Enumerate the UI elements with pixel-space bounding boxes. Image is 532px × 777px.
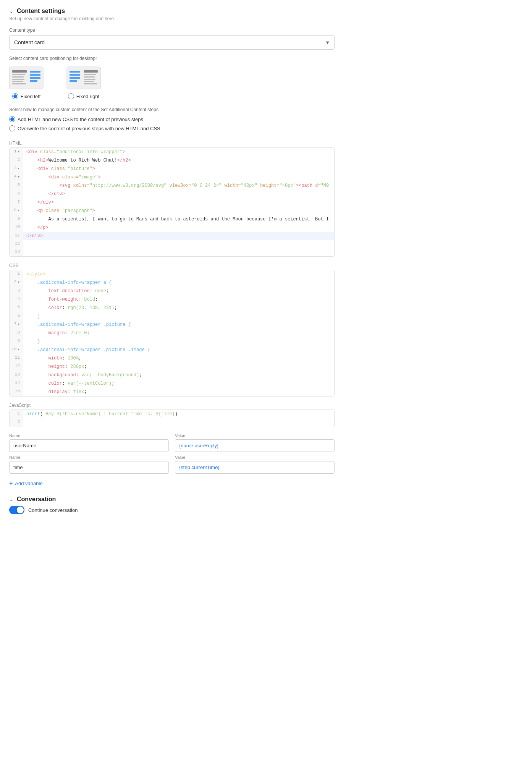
html-line-8: 8 <p class="paragraph">	[10, 207, 334, 215]
js-line-content-2	[23, 418, 334, 427]
css-line-num-9: 9	[10, 337, 23, 346]
css-line-num-14: 14	[10, 379, 23, 388]
var-value-input-2[interactable]	[175, 461, 335, 474]
js-editor[interactable]: 1 alert(`Hey ${this.userName}`! Current …	[9, 410, 335, 427]
css-line-1: 1 <style>	[10, 270, 334, 278]
fixed-right-label: Fixed right	[76, 94, 100, 99]
svg-rect-9	[30, 77, 40, 79]
fixed-right-radio[interactable]	[68, 93, 74, 99]
svg-rect-12	[70, 71, 80, 73]
fixed-left-radio[interactable]	[12, 93, 18, 99]
section-subtitle: Set up new content or change the existin…	[9, 16, 335, 21]
var-name-label-1: Name	[9, 433, 169, 438]
add-html-radio-label[interactable]: Add HTML and new CSS to the content of p…	[9, 116, 335, 122]
svg-rect-5	[12, 81, 23, 82]
html-line-5: 5 <svg xmlns="http://www.w3.org/2000/svg…	[10, 181, 334, 190]
css-line-num-6: 6	[10, 312, 23, 321]
line-content-10: </p>	[23, 223, 334, 232]
line-num-2: 2	[10, 156, 23, 165]
fixed-right-radio-label[interactable]: Fixed right	[68, 93, 100, 99]
line-content-8: <p class="paragraph">	[23, 207, 334, 215]
add-html-radio[interactable]	[9, 116, 15, 122]
svg-rect-1	[12, 70, 27, 73]
html-line-9: 9 As a scientist, I want to go to Mars a…	[10, 215, 334, 223]
line-content-12	[23, 240, 334, 248]
line-num-7: 7	[10, 198, 23, 207]
svg-rect-15	[70, 80, 77, 82]
css-line-content-13: background: var(--bodyBackground);	[23, 371, 334, 379]
var-name-group-1: Name	[9, 433, 169, 452]
css-line-content-1: <style>	[23, 270, 334, 278]
js-editor-section: JavaScript 1 alert(`Hey ${this.userName}…	[9, 403, 335, 427]
css-line-10: 10 .additonal-info-wrapper .picture .ima…	[10, 346, 334, 354]
fixed-left-label: Fixed left	[21, 94, 41, 99]
css-line-content-3: text-decoration: none;	[23, 287, 334, 295]
content-type-select-wrapper: Content card ▼	[9, 35, 335, 50]
var-value-label-1: Value	[175, 433, 335, 438]
svg-rect-2	[12, 74, 25, 75]
overwrite-option-label: Overwrite the content of previous steps …	[18, 126, 160, 131]
fixed-left-radio-label[interactable]: Fixed left	[12, 93, 41, 99]
fixed-right-icon	[66, 66, 101, 89]
css-line-num-1: 1	[10, 270, 23, 278]
html-editor[interactable]: 1 <div class="additonal-info-wrapper"> 2…	[9, 147, 335, 257]
plus-icon: +	[9, 480, 13, 487]
css-line-4: 4 font-weight: bold;	[10, 295, 334, 304]
html-editor-section: HTML 1 <div class="additonal-info-wrappe…	[9, 141, 335, 257]
css-line-content-5: color: rgb(23, 138, 231);	[23, 304, 334, 312]
line-num-11: 11	[10, 232, 23, 240]
fixed-left-icon	[9, 66, 44, 89]
line-content-1: <div class="additonal-info-wrapper">	[23, 148, 334, 156]
css-line-15: 15 display: flex;	[10, 388, 334, 396]
continue-conversation-toggle[interactable]	[9, 506, 24, 514]
content-type-field: Content type Content card ▼	[9, 28, 335, 50]
section-header: ⌄ Content settings	[9, 8, 335, 15]
line-num-13: 13	[10, 248, 23, 256]
css-line-content-4: font-weight: bold;	[23, 295, 334, 304]
overwrite-radio-label[interactable]: Overwrite the content of previous steps …	[9, 125, 335, 131]
line-content-5: <svg xmlns="http://www.w3.org/2000/svg" …	[23, 181, 334, 190]
html-line-11: 11 </div>	[10, 232, 334, 240]
var-name-input-1[interactable]	[9, 439, 169, 452]
line-content-4: <div class="image">	[23, 173, 334, 181]
js-editor-label: JavaScript	[9, 403, 335, 408]
positioning-option-left: Fixed left	[9, 66, 44, 99]
overwrite-radio[interactable]	[9, 125, 15, 131]
var-value-group-1: Value	[175, 433, 335, 452]
var-name-input-2[interactable]	[9, 461, 169, 474]
svg-rect-13	[70, 74, 80, 76]
html-line-3: 3 <div class="picture">	[10, 165, 334, 173]
positioning-options: Fixed left	[9, 66, 335, 99]
line-content-3: <div class="picture">	[23, 165, 334, 173]
css-line-content-8: margin: 2rem 0;	[23, 329, 334, 337]
js-line-content-1: alert(`Hey ${this.userName}`! Current ti…	[23, 410, 334, 418]
line-num-10: 10	[10, 223, 23, 232]
svg-rect-17	[84, 74, 96, 75]
css-line-content-11: width: 100%;	[23, 354, 334, 363]
html-line-13: 13	[10, 248, 334, 256]
collapse-chevron[interactable]: ⌄	[9, 8, 14, 14]
toggle-row: Continue conversation	[9, 506, 335, 514]
svg-rect-19	[84, 79, 95, 80]
svg-rect-21	[84, 83, 97, 84]
css-line-num-4: 4	[10, 295, 23, 304]
line-num-12: 12	[10, 240, 23, 248]
content-type-select[interactable]: Content card	[9, 35, 335, 50]
css-editor[interactable]: 1 <style> 2 .additonal-info-wrapper a { …	[9, 270, 335, 397]
conversation-title: Conversation	[17, 496, 56, 503]
svg-rect-16	[84, 70, 98, 73]
line-num-5: 5	[10, 181, 23, 190]
js-line-num-2: 2	[10, 418, 23, 427]
content-management-section: Select how to manage custom content of t…	[9, 107, 335, 131]
css-editor-label: CSS	[9, 263, 335, 268]
add-variable-button[interactable]: + Add variable	[9, 480, 43, 487]
css-line-content-7: .additonal-info-wrapper .picture {	[23, 321, 334, 329]
var-name-group-2: Name	[9, 455, 169, 474]
conversation-chevron[interactable]: ⌄	[9, 496, 14, 502]
css-line-content-9: }	[23, 337, 334, 346]
content-type-label: Content type	[9, 28, 335, 33]
css-line-num-10: 10	[10, 346, 23, 354]
positioning-section: Select content card positioning for desk…	[9, 56, 335, 99]
var-value-input-1[interactable]	[175, 439, 335, 452]
manage-label: Select how to manage custom content of t…	[9, 107, 335, 112]
